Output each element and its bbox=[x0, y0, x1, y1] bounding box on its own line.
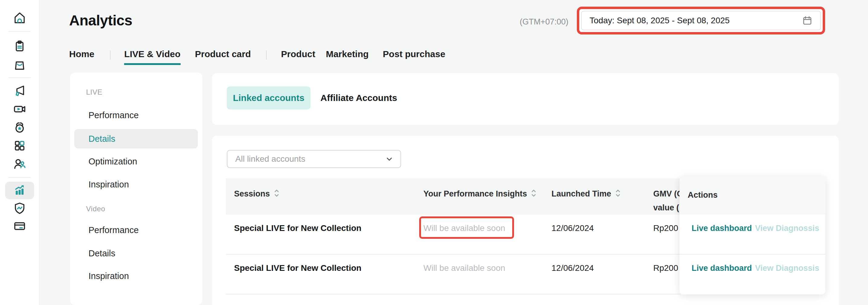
tab-divider bbox=[266, 51, 267, 59]
column-header-actions: Actions bbox=[680, 177, 826, 215]
chevron-down-icon bbox=[385, 155, 394, 164]
sort-icon[interactable] bbox=[531, 188, 537, 202]
column-header-label: Sessions bbox=[234, 189, 270, 198]
view-diagnosis-link[interactable]: View Diagnossis bbox=[755, 264, 819, 273]
tab-post-purchase[interactable]: Post purchase bbox=[383, 49, 445, 59]
timezone-label: (GTM+07:00) bbox=[486, 17, 568, 27]
menu-section-live: LIVE bbox=[86, 88, 102, 96]
sort-icon[interactable] bbox=[615, 188, 621, 202]
analytics-nav-tabs: Home LIVE & Video Product card Product M… bbox=[69, 49, 445, 65]
column-header-label: Your Performance Insights bbox=[424, 189, 527, 198]
column-header-insights[interactable]: Your Performance Insights bbox=[424, 187, 537, 202]
tab-product[interactable]: Product bbox=[281, 49, 315, 59]
page-title: Analytics bbox=[69, 12, 132, 29]
live-dashboard-link[interactable]: Live dashboard bbox=[692, 224, 752, 233]
tab-linked-accounts-label: Linked accounts bbox=[233, 93, 304, 103]
actions-row: Live dashboard View Diagnossis bbox=[680, 254, 826, 295]
analytics-page: Analytics (GTM+07:00) Today: Sept 08, 20… bbox=[0, 0, 868, 305]
launched-time: 12/06/2024 bbox=[552, 222, 594, 234]
insights-status: Will be available soon bbox=[424, 222, 505, 234]
session-title: Special LIVE for New Collection bbox=[234, 222, 362, 234]
actions-row: Live dashboard View Diagnossis bbox=[680, 215, 826, 254]
tab-live-video[interactable]: LIVE & Video bbox=[124, 49, 180, 65]
date-range-value: Today: Sept 08, 2025 - Sept 08, 2025 bbox=[590, 16, 730, 25]
insights-status: Will be available soon bbox=[424, 262, 505, 274]
sort-icon[interactable] bbox=[274, 188, 280, 202]
finance-card-icon[interactable] bbox=[12, 219, 27, 233]
column-header-launched-time[interactable]: Launched Time bbox=[552, 187, 621, 202]
campaign-icon[interactable] bbox=[12, 120, 27, 135]
menu-item-live-inspiration[interactable]: Inspiration bbox=[89, 179, 129, 190]
home-icon[interactable] bbox=[12, 10, 27, 25]
orders-icon[interactable] bbox=[12, 39, 27, 54]
live-dashboard-link[interactable]: Live dashboard bbox=[692, 264, 752, 273]
menu-item-live-performance[interactable]: Performance bbox=[89, 110, 138, 120]
sidebar-divider bbox=[8, 31, 31, 32]
table-row[interactable]: Special LIVE for New Collection Will be … bbox=[226, 254, 680, 295]
video-icon[interactable] bbox=[12, 102, 27, 116]
menu-section-video: Video bbox=[86, 205, 105, 213]
menu-item-live-optimization[interactable]: Optimization bbox=[89, 156, 137, 167]
icon-sidebar bbox=[0, 0, 39, 305]
linked-accounts-filter[interactable]: All linked accounts bbox=[227, 150, 401, 168]
accounts-tab-card: Linked accounts Affiliate Accounts bbox=[212, 73, 839, 125]
sidebar-divider bbox=[8, 77, 31, 78]
apps-grid-icon[interactable] bbox=[12, 138, 27, 153]
affiliate-people-icon[interactable] bbox=[12, 157, 27, 171]
table-header-row: Sessions Your Performance Insights Launc… bbox=[226, 178, 680, 215]
launched-time: 12/06/2024 bbox=[552, 262, 594, 274]
tab-product-card[interactable]: Product card bbox=[195, 49, 251, 59]
tab-home[interactable]: Home bbox=[69, 49, 94, 59]
tab-divider bbox=[110, 51, 111, 59]
menu-item-video-performance[interactable]: Performance bbox=[89, 225, 138, 235]
table-row[interactable]: Special LIVE for New Collection Will be … bbox=[226, 215, 680, 254]
megaphone-icon[interactable] bbox=[12, 83, 27, 98]
view-diagnosis-link[interactable]: View Diagnossis bbox=[755, 224, 819, 233]
menu-item-video-details[interactable]: Details bbox=[89, 248, 115, 259]
tab-linked-accounts[interactable]: Linked accounts bbox=[227, 86, 310, 109]
column-header-sessions[interactable]: Sessions bbox=[234, 187, 280, 202]
calendar-icon[interactable] bbox=[802, 16, 812, 26]
gmv-value: Rp200 bbox=[653, 262, 678, 274]
column-header-label: Launched Time bbox=[552, 189, 611, 198]
menu-item-video-inspiration[interactable]: Inspiration bbox=[89, 271, 129, 281]
actions-sticky-column: Actions Live dashboard View Diagnossis L… bbox=[680, 177, 826, 295]
live-video-menu: LIVE Performance Details Optimization In… bbox=[70, 73, 203, 305]
session-title: Special LIVE for New Collection bbox=[234, 262, 362, 274]
sessions-table: Sessions Your Performance Insights Launc… bbox=[226, 178, 680, 295]
tab-affiliate-accounts[interactable]: Affiliate Accounts bbox=[320, 86, 397, 109]
analytics-chart-icon[interactable] bbox=[12, 183, 27, 197]
filter-placeholder: All linked accounts bbox=[235, 154, 305, 164]
date-range-field[interactable]: Today: Sept 08, 2025 - Sept 08, 2025 bbox=[581, 11, 821, 30]
date-range-picker[interactable]: Today: Sept 08, 2025 - Sept 08, 2025 bbox=[577, 7, 825, 34]
menu-item-live-details-selected[interactable]: Details bbox=[74, 129, 198, 148]
shop-bag-icon[interactable] bbox=[12, 57, 27, 72]
gmv-value: Rp200 bbox=[653, 222, 678, 234]
tab-marketing[interactable]: Marketing bbox=[326, 49, 369, 59]
sidebar-divider bbox=[8, 177, 31, 178]
menu-item-label: Details bbox=[89, 134, 115, 144]
shield-icon[interactable] bbox=[12, 201, 27, 216]
